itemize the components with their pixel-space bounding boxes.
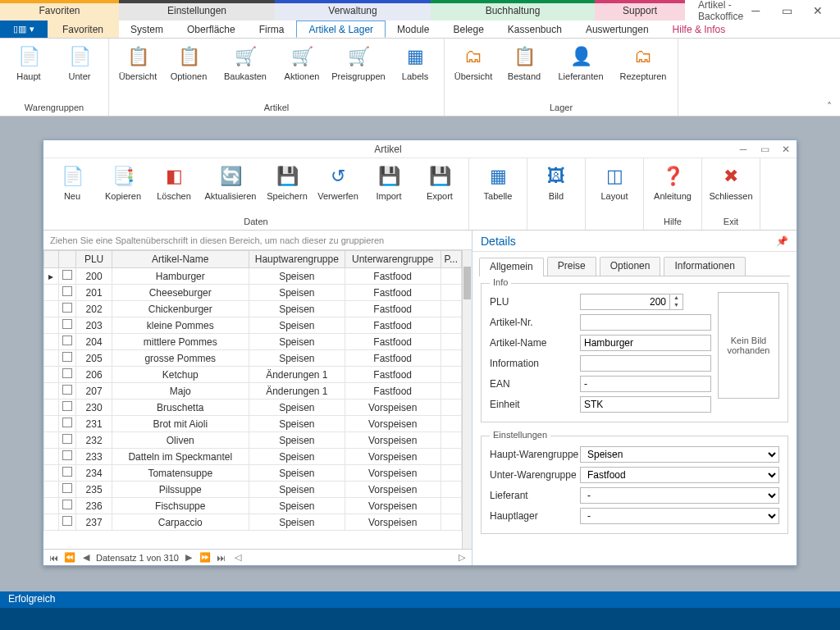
artikel-grid[interactable]: PLU Artikel-Name Hauptwarengruppe Unterw… (43, 250, 462, 531)
ribbon-uebersicht-button[interactable]: 📋Übersicht (114, 42, 162, 101)
neu-button[interactable]: 📄Neu (48, 162, 96, 215)
plu-input[interactable] (580, 294, 670, 310)
aktualisieren-button[interactable]: 🔄Aktualisieren (201, 162, 260, 215)
grid-scroll-area[interactable]: PLU Artikel-Name Hauptwarengruppe Unterw… (43, 250, 462, 549)
image-placeholder[interactable]: Kein Bild vorhanden (718, 292, 779, 399)
ribbon-tab-hilfe[interactable]: Hilfe & Infos (661, 21, 738, 38)
maximize-button[interactable]: ▭ (774, 4, 804, 17)
row-checkbox[interactable] (62, 401, 72, 411)
row-checkbox[interactable] (62, 352, 72, 362)
nav-prevpage-button[interactable]: ⏪ (63, 552, 76, 563)
child-minimize-button[interactable]: ─ (733, 144, 754, 155)
row-checkbox[interactable] (62, 385, 72, 395)
row-checkbox[interactable] (62, 286, 72, 296)
layout-button[interactable]: ◫Layout (591, 162, 638, 215)
details-tab-informationen[interactable]: Informationen (664, 257, 745, 276)
details-tab-optionen[interactable]: Optionen (600, 257, 661, 276)
close-button[interactable]: ✕ (805, 4, 835, 17)
group-panel[interactable]: Ziehen Sie eine Spaltenüberschrift in di… (43, 231, 472, 250)
row-checkbox[interactable] (62, 336, 72, 345)
nav-next-button[interactable]: ▶ (182, 552, 195, 563)
vertical-scrollbar[interactable] (462, 250, 472, 549)
bild-button[interactable]: 🖼Bild (532, 162, 580, 215)
row-checkbox[interactable] (62, 270, 72, 280)
table-row[interactable]: 235PilssuppeSpeisenVorspeisen (44, 482, 462, 498)
loeschen-button[interactable]: ◧Löschen (150, 162, 198, 215)
ean-input[interactable] (580, 376, 711, 392)
hauptlager-select[interactable]: - (580, 508, 779, 524)
col-checkbox[interactable] (58, 251, 76, 268)
ribbon-unter-button[interactable]: 📄Unter (56, 42, 103, 101)
table-row[interactable]: 233Datteln im SpeckmantelSpeisenVorspeis… (44, 449, 462, 465)
ribbon-tab-oberflaeche[interactable]: Oberfläche (176, 21, 248, 38)
import-button[interactable]: 💾Import (365, 162, 413, 215)
row-checkbox[interactable] (62, 500, 72, 509)
schliessen-button[interactable]: ✖Schliessen (707, 162, 755, 215)
ribbon-tab-artikel-lager[interactable]: Artikel & Lager (296, 21, 386, 38)
table-row[interactable]: 206KetchupÄnderungen 1Fastfood (44, 367, 462, 383)
nav-prev-button[interactable]: ◀ (80, 552, 93, 563)
table-row[interactable]: ▸200HamburgerSpeisenFastfood (44, 268, 462, 285)
nav-nextpage-button[interactable]: ⏩ (199, 552, 212, 563)
col-plu[interactable]: PLU (76, 251, 112, 268)
row-checkbox[interactable] (62, 303, 72, 313)
information-input[interactable] (580, 355, 711, 372)
context-tab-buchhaltung[interactable]: Buchhaltung (431, 0, 595, 21)
context-tab-einstellungen[interactable]: Einstellungen (119, 0, 275, 21)
ribbon-tab-system[interactable]: System (119, 21, 176, 38)
ribbon-preisgruppen-button[interactable]: 🛒Preisgruppen (329, 42, 388, 101)
ribbon-aktionen-button[interactable]: 🛒Aktionen (278, 42, 326, 101)
context-tab-favoriten[interactable]: Favoriten (0, 0, 119, 21)
table-row[interactable]: 204mittlere PommesSpeisenFastfood (44, 334, 462, 350)
row-checkbox[interactable] (62, 434, 72, 444)
row-checkbox[interactable] (62, 450, 72, 460)
table-row[interactable]: 230BruschettaSpeisenVorspeisen (44, 399, 462, 416)
ribbon-bestand-button[interactable]: 📋Bestand (500, 42, 548, 101)
ribbon-collapse-button[interactable]: ˄ (827, 101, 832, 112)
col-artikelname[interactable]: Artikel-Name (112, 251, 249, 268)
pin-icon[interactable]: 📌 (776, 235, 788, 247)
kopieren-button[interactable]: 📑Kopieren (99, 162, 147, 215)
row-checkbox[interactable] (62, 319, 72, 329)
row-checkbox[interactable] (62, 418, 72, 427)
table-row[interactable]: 207MajoÄnderungen 1Fastfood (44, 383, 462, 399)
plu-spinner[interactable]: ▲▼ (670, 294, 683, 310)
ribbon-tab-kassenbuch[interactable]: Kassenbuch (496, 21, 574, 38)
row-checkbox[interactable] (62, 467, 72, 477)
table-row[interactable]: 205grosse PommesSpeisenFastfood (44, 350, 462, 367)
col-selector[interactable] (44, 251, 59, 268)
ribbon-tab-module[interactable]: Module (386, 21, 441, 38)
ribbon-lager-uebersicht-button[interactable]: 🗂Übersicht (450, 42, 497, 101)
anleitung-button[interactable]: ❓Anleitung (649, 162, 696, 215)
tabelle-button[interactable]: ▦Tabelle (474, 162, 522, 215)
verwerfen-button[interactable]: ↺Verwerfen (314, 162, 362, 215)
table-row[interactable]: 237CarpaccioSpeisenVorspeisen (44, 514, 462, 531)
child-maximize-button[interactable]: ▭ (754, 144, 775, 155)
ribbon-tab-belege[interactable]: Belege (441, 21, 495, 38)
ribbon-lieferanten-button[interactable]: 👤Lieferanten (551, 42, 610, 101)
artikelnr-input[interactable] (580, 314, 711, 331)
ribbon-tab-favoriten[interactable]: Favoriten (48, 21, 119, 38)
table-row[interactable]: 231Brot mit AioliSpeisenVorspeisen (44, 416, 462, 432)
ribbon-baukasten-button[interactable]: 🛒Baukasten (216, 42, 275, 101)
nav-scroll-left[interactable]: ◁ (231, 552, 244, 563)
ribbon-haupt-button[interactable]: 📄Haupt (5, 42, 52, 101)
table-row[interactable]: 232OlivenSpeisenVorspeisen (44, 432, 462, 449)
ribbon-optionen-button[interactable]: 📋Optionen (165, 42, 212, 101)
hauptwarengruppe-select[interactable]: Speisen (580, 446, 779, 463)
lieferant-select[interactable]: - (580, 487, 779, 504)
table-row[interactable]: 234TomatensuppeSpeisenVorspeisen (44, 465, 462, 482)
table-row[interactable]: 202ChickenburgerSpeisenFastfood (44, 301, 462, 317)
table-row[interactable]: 203kleine PommesSpeisenFastfood (44, 317, 462, 334)
file-menu-button[interactable]: ▯▥ ▾ (0, 21, 48, 38)
row-checkbox[interactable] (62, 516, 72, 526)
artikelname-input[interactable] (580, 335, 711, 351)
col-more[interactable]: P... (441, 251, 462, 268)
export-button[interactable]: 💾Export (416, 162, 463, 215)
row-checkbox[interactable] (62, 368, 72, 378)
details-tab-preise[interactable]: Preise (547, 257, 596, 276)
ribbon-labels-button[interactable]: ▦Labels (391, 42, 439, 101)
nav-last-button[interactable]: ⏭ (215, 553, 228, 563)
minimize-button[interactable]: ─ (743, 4, 774, 17)
table-row[interactable]: 201CheeseburgerSpeisenFastfood (44, 285, 462, 301)
